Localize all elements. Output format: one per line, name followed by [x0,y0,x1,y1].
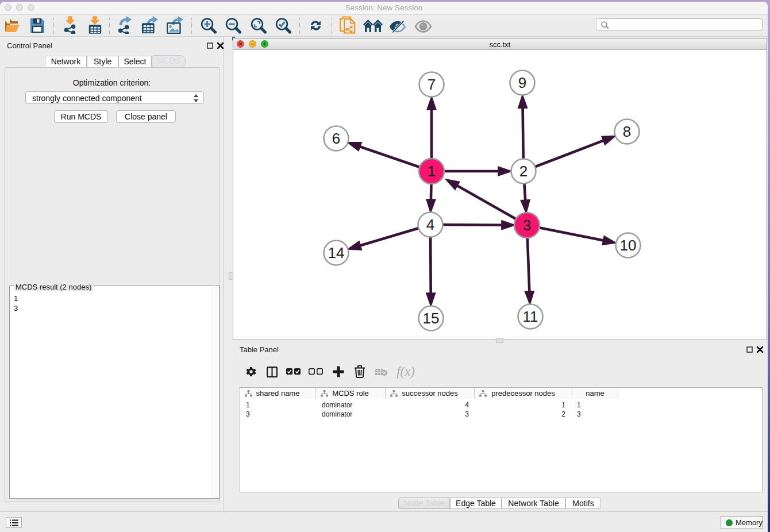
svg-text:11: 11 [523,308,538,325]
svg-text:15: 15 [423,310,440,327]
svg-text:2: 2 [519,163,528,180]
svg-text:14: 14 [328,244,345,261]
svg-text:10: 10 [620,237,637,254]
svg-text:3: 3 [523,217,531,234]
svg-text:1: 1 [428,163,436,180]
svg-text:7: 7 [428,76,436,93]
svg-text:4: 4 [426,216,434,233]
svg-text:9: 9 [518,74,526,91]
svg-text:8: 8 [623,123,631,140]
svg-text:6: 6 [332,130,340,147]
